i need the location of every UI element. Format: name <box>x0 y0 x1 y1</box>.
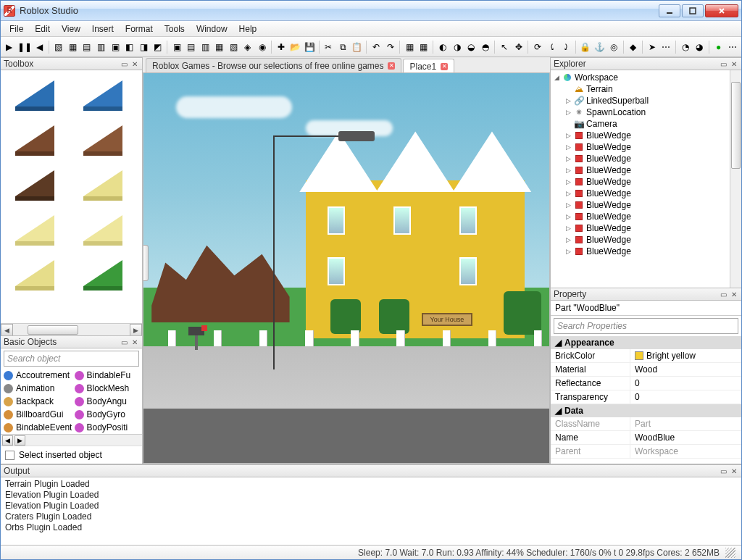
toolbox-item[interactable] <box>79 120 127 157</box>
tree-expander-icon[interactable]: ▷ <box>565 167 572 174</box>
tool-icon[interactable]: ▣ <box>109 40 122 54</box>
tree-node[interactable]: ▷BlueWedge <box>551 153 741 164</box>
tree-node[interactable]: ⛰Terrain <box>551 83 741 95</box>
property-row[interactable]: Transparency0 <box>551 390 741 404</box>
tool-icon[interactable]: ◈ <box>241 40 254 54</box>
tree-expander-icon[interactable]: ▷ <box>565 237 572 243</box>
property-row[interactable]: NameWoodBlue <box>551 431 741 445</box>
property-row[interactable]: BrickColorBright yellow <box>551 349 741 363</box>
property-section-data[interactable]: ◢Data <box>551 404 741 417</box>
rotate-icon[interactable]: ⟳ <box>531 40 544 54</box>
tool-icon[interactable]: ▥ <box>95 40 108 54</box>
tree-expander-icon[interactable]: ▷ <box>565 109 572 116</box>
tree-node[interactable]: ◢Workspace <box>551 72 741 83</box>
panel-float-icon[interactable]: ▭ <box>120 338 128 346</box>
tool-icon[interactable]: ◒ <box>464 40 478 54</box>
panel-close-icon[interactable]: ✕ <box>730 59 738 68</box>
panel-float-icon[interactable]: ▭ <box>120 59 128 68</box>
basic-object-item[interactable]: BindableEvent <box>1 421 72 434</box>
menu-edit[interactable]: Edit <box>29 22 56 35</box>
tree-node[interactable]: 📷Camera <box>551 118 741 130</box>
tool-icon[interactable]: ▦ <box>67 40 80 54</box>
play-icon[interactable]: ▶ <box>3 40 16 54</box>
tree-node[interactable]: ▷BlueWedge <box>551 222 741 234</box>
toolbox-item[interactable] <box>11 75 59 112</box>
tree-node[interactable]: ▷BlueWedge <box>551 188 741 199</box>
tool-icon[interactable]: ▦ <box>403 40 416 54</box>
viewport-3d[interactable]: Your House <box>143 72 550 464</box>
basic-object-item[interactable]: BillboardGui <box>1 408 72 421</box>
tool-icon[interactable]: ▧ <box>228 40 241 54</box>
tree-expander-icon[interactable]: ▷ <box>565 179 572 185</box>
tree-expander-icon[interactable]: ▷ <box>565 191 572 197</box>
tool-icon[interactable]: ▦ <box>213 40 226 54</box>
tree-expander-icon[interactable]: ▷ <box>565 144 572 151</box>
property-search[interactable]: Search Properties <box>554 318 738 334</box>
undo-icon[interactable]: ↶ <box>370 40 383 54</box>
tree-expander-icon[interactable]: ◢ <box>554 75 560 81</box>
menu-format[interactable]: Format <box>120 22 159 35</box>
pause-icon[interactable]: ❚❚ <box>17 40 32 54</box>
toolbox-item[interactable] <box>79 164 127 202</box>
basic-objects-search[interactable]: Search object <box>4 351 139 367</box>
basic-object-item[interactable]: BindableFu <box>72 369 143 382</box>
basic-object-item[interactable]: BodyAngu <box>72 395 143 408</box>
panel-close-icon[interactable]: ✕ <box>130 59 139 68</box>
explorer-tree[interactable]: ◢Workspace⛰Terrain▷🔗LinkedSuperball▷✷Spa… <box>551 70 741 288</box>
toolbox-item[interactable] <box>79 209 127 247</box>
redo-icon[interactable]: ↷ <box>384 40 397 54</box>
tree-expander-icon[interactable]: ▷ <box>565 225 572 232</box>
maximize-button[interactable] <box>682 4 704 17</box>
tool-icon[interactable]: ▥ <box>199 40 212 54</box>
tree-node[interactable]: ▷BlueWedge <box>551 234 741 246</box>
tool-icon[interactable]: ◆ <box>626 40 639 54</box>
basic-object-item[interactable]: Backpack <box>1 395 72 408</box>
tree-expander-icon[interactable]: ▷ <box>565 133 572 139</box>
menu-insert[interactable]: Insert <box>86 22 120 35</box>
tree-node[interactable]: ▷BlueWedge <box>551 211 741 222</box>
tree-node[interactable]: ▷BlueWedge <box>551 176 741 188</box>
toolbox-item[interactable] <box>79 75 127 112</box>
menu-window[interactable]: Window <box>191 22 233 35</box>
cut-icon[interactable]: ✂ <box>322 40 335 54</box>
tab-roblox-games[interactable]: Roblox Games - Browse our selections of … <box>146 58 401 72</box>
open-icon[interactable]: 📂 <box>289 40 302 54</box>
play-solo-icon[interactable]: ● <box>712 40 725 54</box>
tree-expander-icon[interactable] <box>565 86 572 93</box>
tool-icon[interactable]: ⋯ <box>726 40 739 54</box>
explorer-scrollbar[interactable] <box>730 70 741 288</box>
property-row[interactable]: MaterialWood <box>551 363 741 377</box>
tool-icon[interactable]: ◎ <box>607 40 620 54</box>
select-icon[interactable]: ↖ <box>498 40 511 54</box>
move-icon[interactable]: ✥ <box>512 40 525 54</box>
property-row[interactable]: Reflectance0 <box>551 377 741 390</box>
tool-icon[interactable]: ◉ <box>256 40 269 54</box>
scroll-right-icon[interactable]: ▶ <box>130 324 142 335</box>
basic-object-item[interactable]: BodyGyro <box>72 408 143 421</box>
tree-node[interactable]: ▷BlueWedge <box>551 199 741 211</box>
step-icon[interactable]: ◀ <box>33 40 46 54</box>
panel-close-icon[interactable]: ✕ <box>130 338 139 346</box>
viewport-grip[interactable] <box>143 245 149 281</box>
tool-icon[interactable]: ▣ <box>170 40 183 54</box>
toolbox-scrollbar[interactable]: ◀ ▶ <box>1 323 142 335</box>
tab-close-icon[interactable]: ✕ <box>441 63 448 70</box>
tree-node[interactable]: ▷✷SpawnLocation <box>551 106 741 118</box>
run-icon[interactable]: ➤ <box>646 40 659 54</box>
tree-node[interactable]: ▷🔗LinkedSuperball <box>551 95 741 106</box>
tool-icon[interactable]: ▤ <box>185 40 198 54</box>
resize-grip-icon[interactable] <box>725 548 735 558</box>
menu-file[interactable]: File <box>4 22 29 35</box>
close-button[interactable] <box>705 4 738 17</box>
scroll-left-icon[interactable]: ◀ <box>2 435 13 446</box>
panel-close-icon[interactable]: ✕ <box>730 290 738 298</box>
tool-icon[interactable]: ▧ <box>52 40 65 54</box>
tool-icon[interactable]: ◕ <box>693 40 706 54</box>
tree-expander-icon[interactable] <box>565 121 572 128</box>
scroll-right-icon[interactable]: ▶ <box>14 435 25 446</box>
tilt-icon[interactable]: ⤸ <box>559 40 572 54</box>
tree-node[interactable]: ▷BlueWedge <box>551 130 741 141</box>
basic-object-item[interactable]: Animation <box>1 382 72 395</box>
panel-close-icon[interactable]: ✕ <box>730 467 738 475</box>
tree-node[interactable]: ▷BlueWedge <box>551 141 741 153</box>
